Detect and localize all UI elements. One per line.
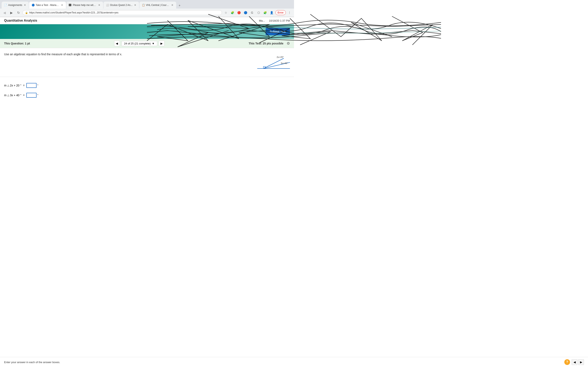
tab-title-take-test: Take a Test - Maria Sherzad xyxy=(36,4,60,7)
lock-icon: 🔒 xyxy=(25,11,28,14)
answer-row-2: m △ 3x + 40 ° = ° xyxy=(4,93,290,98)
extension3-button[interactable]: 🔵 xyxy=(243,10,249,16)
tab-title-vhl: VHL Central | Course Dashboa... xyxy=(146,4,170,7)
tab-title-oculus: Oculus Quest 2 An... xyxy=(110,4,132,7)
tab-take-test[interactable]: 🔵 Take a Test - Maria Sherzad ✕ xyxy=(29,2,66,8)
course-title: Quantitative Analysis xyxy=(4,19,37,22)
tab-title-assignments: Assignments xyxy=(8,4,22,7)
bookmark-button[interactable]: ☆ xyxy=(223,10,229,16)
tab-favicon-oculus: ⬜ xyxy=(106,4,109,7)
m-label-2: m xyxy=(4,94,7,97)
tab-favicon-take-test: 🔵 xyxy=(32,4,35,7)
test-score-area: This Test: 25 pts possible ⚙ xyxy=(249,41,290,46)
back-button[interactable]: ◀ xyxy=(2,10,7,16)
nav-bar: ◀ ▶ ↻ 🔒 https://www.mathxl.com/Student/P… xyxy=(0,8,294,17)
tab-close-oculus[interactable]: ✕ xyxy=(134,3,137,7)
extension1-button[interactable]: 🧩 xyxy=(230,10,235,16)
next-question-button[interactable]: ▶ xyxy=(159,41,164,46)
extensions-button[interactable]: 🧩 xyxy=(262,10,268,16)
angle2-expr: 3x + 40 xyxy=(10,94,19,97)
angle-symbol-2: △ xyxy=(7,94,9,97)
answer-area: m △ 2x + 20 ° = ° m △ 3x + 40 ° = ° xyxy=(0,77,294,109)
refresh-button[interactable]: ↻ xyxy=(16,10,21,16)
answer-row-1: m △ 2x + 20 ° = ° xyxy=(4,83,290,88)
angle-diagram: 2x+20° 3x+40° xyxy=(257,54,290,73)
header-right: Ma... 10/18/20 1:37 PM xyxy=(259,19,290,22)
equals-1: = xyxy=(23,84,25,87)
tab-vhl[interactable]: 📋 VHL Central | Course Dashboa... ✕ xyxy=(139,2,176,8)
tab-title-help: Please help me with thi... xyxy=(73,4,96,7)
question-label: This Question: 1 pt xyxy=(4,42,30,45)
prev-question-button[interactable]: ◀ xyxy=(114,41,120,46)
degree-symbol-2: ° xyxy=(37,94,38,97)
degree-label-2: ° xyxy=(20,94,21,97)
tab-oculus[interactable]: ⬜ Oculus Quest 2 An... ✕ xyxy=(104,2,139,8)
tab-close-take-test[interactable]: ✕ xyxy=(61,3,63,7)
forward-button[interactable]: ▶ xyxy=(9,10,14,16)
degree-symbol-1: ° xyxy=(37,84,38,87)
answer-input-2[interactable] xyxy=(26,93,36,98)
settings-icon[interactable]: ⚙ xyxy=(287,41,290,46)
nav-actions: ☆ 🧩 🔴 🔵 G ⬡ 🧩 👤 Error ⋮ xyxy=(223,10,292,16)
tab-bar: 📄 Assignments ✕ 🔵 Take a Test - Maria Sh… xyxy=(0,0,294,8)
date-time: 10/18/20 1:37 PM xyxy=(269,19,290,22)
tab-help[interactable]: 🅱 Please help me with thi... ✕ xyxy=(66,2,103,8)
user-name: Ma... xyxy=(259,19,265,22)
svg-text:3x+40°: 3x+40° xyxy=(281,62,288,64)
submit-test-button[interactable]: Submit Test xyxy=(266,28,290,35)
address-bar[interactable]: 🔒 https://www.mathxl.com/Student/PlayerT… xyxy=(22,10,222,15)
answer-input-1[interactable] xyxy=(26,83,36,88)
test-banner: Submit Test xyxy=(0,24,294,39)
angle-svg: 2x+20° 3x+40° xyxy=(257,54,290,73)
m-label-1: m xyxy=(4,84,7,87)
extension5-button[interactable]: ⬡ xyxy=(256,10,261,16)
tab-assignments[interactable]: 📄 Assignments ✕ xyxy=(2,2,29,8)
tab-favicon-assignments: 📄 xyxy=(4,4,7,7)
degree-label-1: ° xyxy=(20,84,21,87)
tab-favicon-help: 🅱 xyxy=(69,4,72,7)
test-score: This Test: 25 pts possible xyxy=(249,42,283,45)
new-tab-button[interactable]: + xyxy=(177,2,182,8)
page-header: Quantitative Analysis Ma... 10/18/20 1:3… xyxy=(0,17,294,24)
tab-close-help[interactable]: ✕ xyxy=(98,3,101,7)
question-content: Use an algebraic equation to find the me… xyxy=(0,48,294,77)
extension2-button[interactable]: 🔴 xyxy=(236,10,242,16)
tab-close-assignments[interactable]: ✕ xyxy=(24,3,26,7)
tab-close-vhl[interactable]: ✕ xyxy=(171,3,174,7)
question-progress[interactable]: 24 of 25 (21 complete) ▼ xyxy=(121,41,157,46)
question-nav-center: ◀ 24 of 25 (21 complete) ▼ ▶ xyxy=(114,41,164,46)
tab-favicon-vhl: 📋 xyxy=(142,4,145,7)
menu-button[interactable]: ⋮ xyxy=(287,10,292,16)
angle-symbol-1: △ xyxy=(7,84,9,87)
svg-text:2x+20°: 2x+20° xyxy=(277,56,284,58)
browser-chrome: 📄 Assignments ✕ 🔵 Take a Test - Maria Sh… xyxy=(0,0,294,17)
question-text: Use an algebraic equation to find the me… xyxy=(4,52,122,57)
angle1-expr: 2x + 20 xyxy=(10,84,19,87)
dropdown-icon: ▼ xyxy=(152,42,155,45)
avatar-button[interactable]: 👤 xyxy=(269,10,275,16)
equals-2: = xyxy=(23,94,25,97)
error-button[interactable]: Error xyxy=(276,10,286,15)
question-nav-bar: This Question: 1 pt ◀ 24 of 25 (21 compl… xyxy=(0,39,294,48)
extension4-button[interactable]: G xyxy=(249,10,255,16)
address-text: https://www.mathxl.com/Student/PlayerTes… xyxy=(29,11,219,14)
progress-text: 24 of 25 (21 complete) xyxy=(124,42,151,45)
